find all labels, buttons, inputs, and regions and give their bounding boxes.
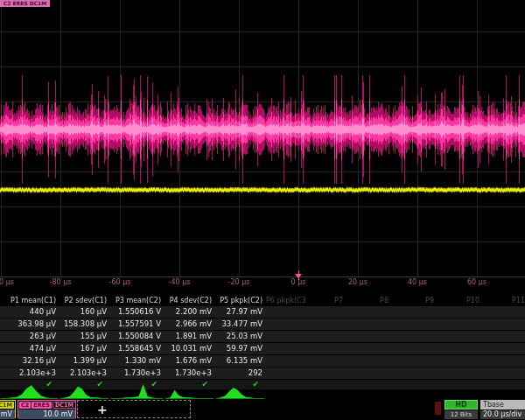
- measurement-value: 263 µV: [0, 331, 60, 341]
- c2-descriptor[interactable]: C2 ERES DC1M 10.0 mV: [18, 400, 76, 418]
- P1-histicon: [0, 382, 60, 400]
- measure-header-11[interactable]: P11: [483, 295, 525, 306]
- P4-histicon: [164, 382, 215, 400]
- measure-header-4[interactable]: P4 sdev(C2): [164, 295, 215, 306]
- measurement-value: 6.135 mV: [215, 355, 266, 366]
- axis-tick-label: -60 µs: [109, 278, 131, 286]
- measurement-value: 292: [215, 368, 266, 378]
- hd-bits-label: 12 Bits: [444, 410, 478, 419]
- c1-coupling-badge: DC1M: [0, 402, 14, 409]
- measurement-row: 263 µV155 µV1.550084 V1.891 mV25.03 mV: [0, 331, 525, 343]
- measurement-value: 1.730e+3: [164, 368, 215, 378]
- measurement-value: 1.399 µV: [60, 355, 110, 366]
- measure-header-10[interactable]: P10: [438, 295, 483, 306]
- measurement-value: 1.550084 V: [110, 331, 164, 341]
- P2-histicon: [60, 382, 110, 400]
- descriptor-bar: DC1M 10.0 mV C2 ERES DC1M 10.0 mV + HD 1…: [0, 399, 525, 420]
- measurement-value: 1.891 mV: [164, 331, 215, 341]
- c2-channel-badge: C2: [19, 402, 31, 409]
- axis-tick-label: -100 µs: [0, 278, 14, 286]
- oscilloscope-screen: { "trace_annotation": "C2 ERES DC1M", "a…: [0, 0, 525, 420]
- measurement-value: 160 µV: [60, 306, 110, 317]
- c2-coupling-badge: DC1M: [52, 402, 76, 409]
- measurement-row: 2.103e+32.103e+31.730e+31.730e+3292: [0, 368, 525, 380]
- measurement-row: 474 µV167 µV1.558645 V10.031 mV59.97 mV: [0, 343, 525, 355]
- add-channel-button[interactable]: +: [77, 400, 191, 418]
- timebase-label: Tbase: [480, 400, 525, 410]
- hd-badge: HD: [444, 400, 478, 410]
- measurement-value: 363.98 µV: [0, 318, 60, 329]
- timebase-descriptor[interactable]: Tbase 20.0 µs/div: [480, 400, 525, 419]
- measure-header-9[interactable]: P9: [392, 295, 438, 306]
- measurement-value: 59.97 mV: [215, 343, 266, 354]
- measurement-value: 158.308 µV: [60, 318, 110, 329]
- measurement-row: 440 µV160 µV1.550616 V2.200 mV27.97 mV: [0, 306, 525, 318]
- measurement-value: 2.103e+3: [60, 368, 110, 378]
- measurement-value: 2.966 mV: [164, 318, 215, 329]
- axis-tick-label: 20 µs: [348, 278, 368, 286]
- trace-annotation: C2 ERES DC1M: [0, 0, 50, 7]
- measurement-value: 10.031 mV: [164, 343, 215, 354]
- measure-header-2[interactable]: P2 sdev(C1): [60, 295, 110, 306]
- measurement-value: 2.200 mV: [164, 306, 215, 317]
- hd-mode-indicator[interactable]: HD 12 Bits: [444, 400, 478, 419]
- measure-header-1[interactable]: P1 mean(C1): [0, 295, 60, 306]
- measurement-value: 32.16 µV: [0, 355, 60, 366]
- measurement-value: 1.558645 V: [110, 343, 164, 354]
- measurement-value: 27.97 mV: [215, 306, 266, 317]
- time-axis: -100 µs-80 µs-60 µs-40 µs-20 µs0 µs20 µs…: [0, 278, 525, 290]
- c1-scale-value: 10.0 mV: [0, 410, 15, 419]
- measure-header-3[interactable]: P3 mean(C2): [110, 295, 164, 306]
- axis-tick-label: -20 µs: [228, 278, 250, 286]
- c2-eres-badge: ERES: [32, 402, 52, 409]
- trigger-triangle-icon: [295, 274, 302, 278]
- measurement-value: 1.550616 V: [110, 306, 164, 317]
- histicon-strip: [0, 382, 525, 400]
- axis-tick-label: 40 µs: [408, 278, 427, 286]
- measurement-value: 1.557591 V: [110, 318, 164, 329]
- measurement-value: 25.03 mV: [215, 331, 266, 341]
- measurement-value: 440 µV: [0, 306, 60, 317]
- axis-tick-label: 60 µs: [467, 278, 486, 286]
- measurement-value: 155 µV: [60, 331, 110, 341]
- measurement-value: 474 µV: [0, 343, 60, 354]
- axis-tick-label: -40 µs: [169, 278, 191, 286]
- measurement-header-row: P1 mean(C1)P2 sdev(C1)P3 mean(C2)P4 sdev…: [0, 295, 525, 306]
- c2-scale-value: 10.0 mV: [18, 410, 75, 419]
- measure-header-6[interactable]: P6 pkpk(C3): [266, 295, 306, 306]
- trigger-descriptor-fragment[interactable]: [435, 402, 441, 415]
- timebase-value: 20.0 µs/div: [480, 410, 525, 419]
- P5-histicon: [215, 382, 266, 400]
- measurement-value: 2.103e+3: [0, 368, 60, 378]
- measurement-value: 1.676 mV: [164, 355, 215, 366]
- measure-header-7[interactable]: P7: [306, 295, 346, 306]
- measurement-value: 33.477 mV: [215, 318, 266, 329]
- measurement-value: 167 µV: [60, 343, 110, 354]
- waveform-display: [0, 0, 525, 292]
- measurement-value: 1.330 mV: [110, 355, 164, 366]
- measurement-row: 363.98 µV158.308 µV1.557591 V2.966 mV33.…: [0, 318, 525, 331]
- c1-descriptor[interactable]: DC1M 10.0 mV: [0, 400, 16, 418]
- measurement-table: P1 mean(C1)P2 sdev(C1)P3 mean(C2)P4 sdev…: [0, 295, 525, 389]
- measure-header-8[interactable]: P8: [346, 295, 392, 306]
- measurement-row: 32.16 µV1.399 µV1.330 mV1.676 mV6.135 mV: [0, 355, 525, 368]
- measure-header-5[interactable]: P5 pkpk(C2): [215, 295, 266, 306]
- plus-icon: +: [97, 402, 108, 416]
- P3-histicon: [110, 382, 164, 400]
- measurement-value: 1.730e+3: [110, 368, 164, 378]
- axis-tick-label: -80 µs: [50, 278, 72, 286]
